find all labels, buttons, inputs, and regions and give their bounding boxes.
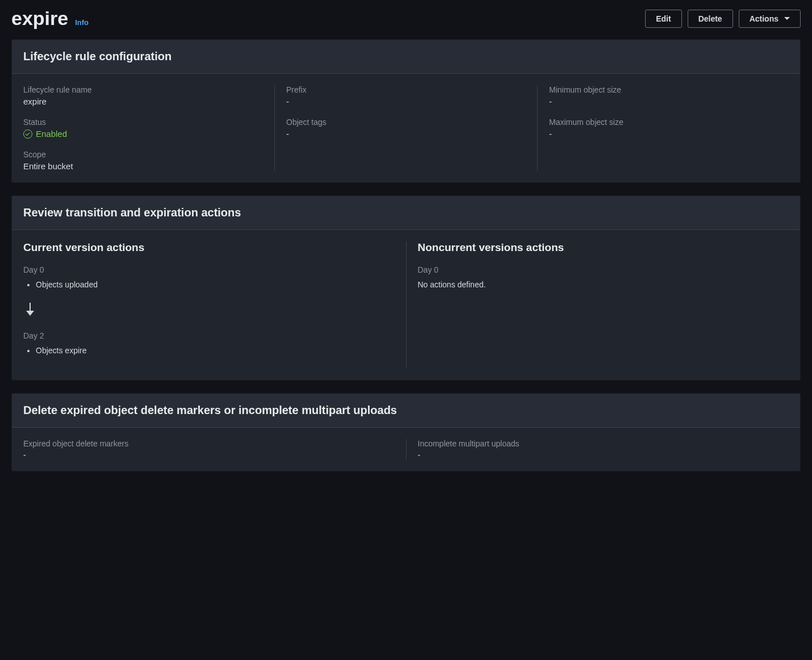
actions-button[interactable]: Actions bbox=[739, 10, 801, 28]
edit-button-label: Edit bbox=[656, 14, 671, 23]
kv-status: Status Enabled bbox=[23, 118, 263, 139]
noncurrent-version-actions: Noncurrent versions actions Day 0 No act… bbox=[406, 241, 789, 369]
kv-min-size: Minimum object size - bbox=[549, 85, 789, 106]
delete-button-label: Delete bbox=[698, 14, 722, 23]
max-size-value: - bbox=[549, 129, 789, 139]
kv-rule-name: Lifecycle rule name expire bbox=[23, 85, 263, 106]
delete-button[interactable]: Delete bbox=[688, 10, 733, 28]
config-heading: Lifecycle rule configuration bbox=[23, 50, 789, 63]
multipart-value: - bbox=[418, 450, 789, 460]
scope-value: Entire bucket bbox=[23, 161, 263, 171]
arrow-down-icon bbox=[26, 303, 36, 320]
current-day0-item: Objects uploaded bbox=[36, 280, 395, 289]
rule-name-value: expire bbox=[23, 97, 263, 106]
tags-label: Object tags bbox=[286, 118, 526, 127]
min-size-value: - bbox=[549, 97, 789, 106]
kv-tags: Object tags - bbox=[286, 118, 526, 139]
noncurrent-heading: Noncurrent versions actions bbox=[418, 241, 789, 254]
noncurrent-day0-label: Day 0 bbox=[418, 265, 789, 274]
noncurrent-none: No actions defined. bbox=[418, 280, 789, 289]
config-panel: Lifecycle rule configuration Lifecycle r… bbox=[11, 39, 801, 183]
config-panel-head: Lifecycle rule configuration bbox=[12, 40, 800, 74]
prefix-value: - bbox=[286, 97, 526, 106]
page-header: expire Info Edit Delete Actions bbox=[11, 0, 801, 39]
caret-down-icon bbox=[784, 17, 790, 20]
action-buttons: Edit Delete Actions bbox=[645, 10, 801, 28]
review-heading: Review transition and expiration actions bbox=[23, 206, 789, 219]
scope-label: Scope bbox=[23, 150, 263, 159]
actions-button-label: Actions bbox=[750, 14, 778, 23]
current-day0-label: Day 0 bbox=[23, 265, 395, 274]
current-heading: Current version actions bbox=[23, 241, 395, 254]
kv-expired-markers: Expired object delete markers - bbox=[23, 439, 406, 460]
edit-button[interactable]: Edit bbox=[645, 10, 681, 28]
rule-title: expire bbox=[11, 8, 68, 29]
min-size-label: Minimum object size bbox=[549, 85, 789, 94]
status-text: Enabled bbox=[36, 129, 67, 139]
multipart-label: Incomplete multipart uploads bbox=[418, 439, 789, 448]
rule-name-label: Lifecycle rule name bbox=[23, 85, 263, 94]
review-panel-head: Review transition and expiration actions bbox=[12, 196, 800, 230]
delete-heading: Delete expired object delete markers or … bbox=[23, 404, 789, 417]
kv-max-size: Maximum object size - bbox=[549, 118, 789, 139]
delete-panel-head: Delete expired object delete markers or … bbox=[12, 394, 800, 428]
status-value: Enabled bbox=[23, 129, 263, 139]
delete-panel: Delete expired object delete markers or … bbox=[11, 393, 801, 471]
expired-markers-value: - bbox=[23, 450, 395, 460]
current-version-actions: Current version actions Day 0 Objects up… bbox=[23, 241, 406, 369]
info-link[interactable]: Info bbox=[75, 18, 89, 29]
prefix-label: Prefix bbox=[286, 85, 526, 94]
status-label: Status bbox=[23, 118, 263, 127]
current-day2-item: Objects expire bbox=[36, 346, 395, 355]
tags-value: - bbox=[286, 129, 526, 139]
max-size-label: Maximum object size bbox=[549, 118, 789, 127]
expired-markers-label: Expired object delete markers bbox=[23, 439, 395, 448]
kv-scope: Scope Entire bucket bbox=[23, 150, 263, 171]
review-panel: Review transition and expiration actions… bbox=[11, 195, 801, 381]
check-circle-icon bbox=[23, 130, 32, 139]
kv-multipart: Incomplete multipart uploads - bbox=[406, 439, 789, 460]
current-day2-label: Day 2 bbox=[23, 331, 395, 340]
kv-prefix: Prefix - bbox=[286, 85, 526, 106]
